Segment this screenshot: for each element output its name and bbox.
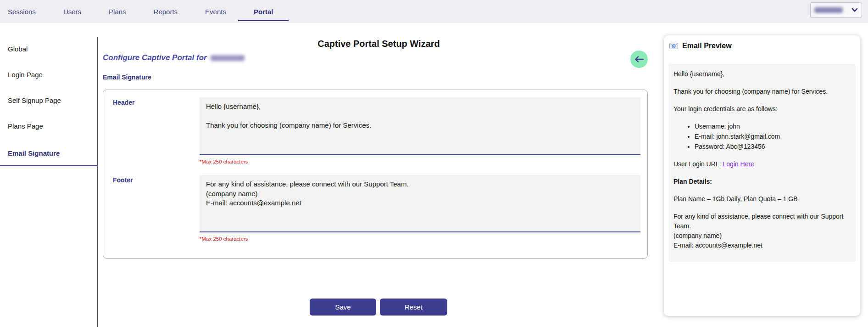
reset-button[interactable]: Reset — [380, 299, 447, 316]
email-preview-header: @ Email Preview — [664, 35, 860, 50]
nav-tab-events[interactable]: Events — [205, 8, 226, 16]
captive-portal-setup-page: Sessions Users Plans Reports Events Port… — [0, 0, 868, 327]
configure-subtitle: Configure Captive Portal for — [103, 53, 245, 62]
preview-greeting: Hello {username}, — [673, 69, 851, 79]
portal-settings-sidebar: Global Login Page Self Signup Page Plans… — [0, 23, 97, 166]
plan-details-line: Plan Name – 1Gb Daily, Plan Quota – 1 GB — [673, 194, 851, 204]
header-max-chars-note: *Max 250 characters — [200, 159, 248, 164]
top-navigation-bar: Sessions Users Plans Reports Events Port… — [0, 0, 868, 23]
preview-credentials-list: Username: johnE-mail: john.stark@gmail.c… — [673, 122, 851, 152]
preview-footer-line1: For any kind of assistance, please conne… — [673, 212, 851, 231]
preview-footer-line3: E-mail: accounts@example.net — [673, 241, 851, 250]
footer-field-label: Footer — [113, 176, 133, 184]
plan-details-label: Plan Details: — [673, 177, 851, 186]
login-url-label: User Login URL: — [673, 160, 723, 168]
preview-credential-item: Username: john — [695, 122, 851, 131]
redacted-portal-name — [211, 55, 245, 61]
nav-tab-portal[interactable]: Portal — [254, 8, 273, 16]
nav-tab-reports[interactable]: Reports — [154, 8, 178, 16]
sidebar-item-email-signature[interactable]: Email Signature — [0, 141, 97, 166]
footer-max-chars-note: *Max 250 characters — [200, 236, 248, 242]
save-button[interactable]: Save — [310, 299, 376, 316]
preview-thanks-line: Thank you for choosing (company name) fo… — [673, 87, 851, 96]
header-textarea[interactable]: Hello {username}, Thank you for choosing… — [200, 97, 640, 155]
email-signature-form-card: Header Hello {username}, Thank you for c… — [103, 90, 648, 259]
email-signature-section-label: Email Signature — [103, 73, 151, 81]
preview-credential-item: Password: Abc@123456 — [695, 142, 851, 152]
svg-text:@: @ — [672, 45, 675, 48]
sidebar-item-global[interactable]: Global — [0, 36, 97, 62]
preview-login-url-line: User Login URL: Login Here — [673, 159, 851, 169]
configure-subtitle-text: Configure Captive Portal for — [103, 53, 207, 62]
chevron-down-icon — [851, 8, 858, 12]
preview-footer-line2: (company name) — [673, 231, 851, 241]
page-title: Captive Portal Setup Wizard — [98, 39, 660, 49]
email-preview-title: Email Preview — [682, 42, 732, 50]
redacted-account-name — [814, 7, 843, 13]
back-button[interactable] — [630, 51, 648, 68]
header-field-label: Header — [113, 99, 134, 106]
email-preview-panel: @ Email Preview Hello {username}, Thank … — [664, 35, 860, 316]
preview-credential-item: E-mail: john.stark@gmail.com — [695, 132, 851, 141]
arrow-left-icon — [634, 56, 644, 63]
login-here-link[interactable]: Login Here — [723, 160, 754, 168]
preview-footer-block: For any kind of assistance, please conne… — [673, 212, 851, 250]
nav-tab-sessions[interactable]: Sessions — [8, 8, 36, 16]
nav-tab-users[interactable]: Users — [63, 8, 81, 16]
sidebar-divider — [97, 37, 98, 327]
preview-credentials-line: Your login credentials are as follows: — [673, 104, 851, 114]
sidebar-item-self-signup-page[interactable]: Self Signup Page — [0, 87, 97, 113]
footer-textarea[interactable]: For any kind of assistance, please conne… — [200, 175, 640, 232]
email-preview-body: Hello {username}, Thank you for choosing… — [668, 64, 856, 262]
account-selector-dropdown[interactable] — [810, 2, 862, 18]
sidebar-item-login-page[interactable]: Login Page — [0, 62, 97, 87]
nav-tab-plans[interactable]: Plans — [109, 8, 126, 16]
sidebar-item-plans-page[interactable]: Plans Page — [0, 113, 97, 139]
email-icon: @ — [669, 43, 678, 49]
